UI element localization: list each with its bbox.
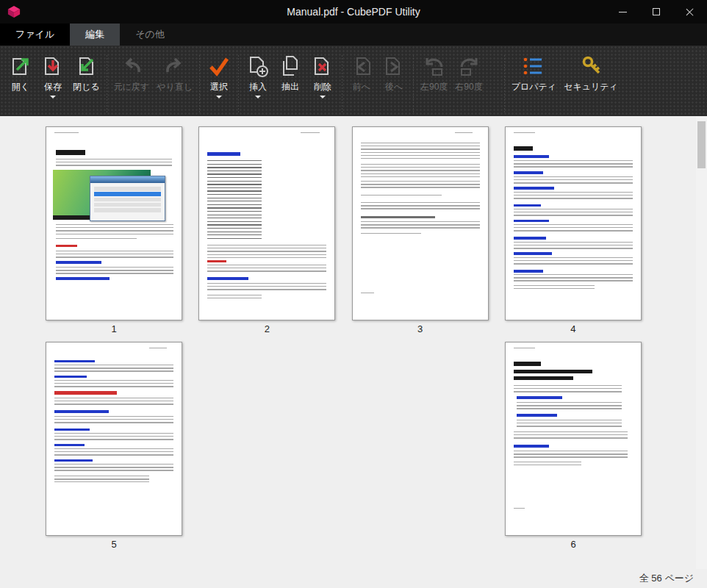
insert-icon: [245, 54, 270, 79]
minimize-icon: [619, 12, 627, 12]
toolbar-rotate-right-button[interactable]: 右90度: [451, 52, 486, 95]
open-icon: [8, 54, 33, 79]
page-cell: 3: [352, 126, 489, 334]
toolbar-save-label: 保存: [44, 81, 62, 93]
tab-edit[interactable]: 編集: [70, 24, 120, 46]
toolbar-undo-button[interactable]: 元に戻す: [110, 52, 154, 95]
toolbar-insert-button[interactable]: 挿入: [242, 52, 274, 103]
page-count: 全 56 ページ: [639, 572, 694, 585]
page-thumbnail-4[interactable]: [505, 126, 642, 320]
select-check-icon: [207, 54, 232, 79]
page-thumbnail-5[interactable]: [46, 342, 182, 536]
page-thumbnail-6[interactable]: [505, 342, 642, 536]
toolbar-open-button[interactable]: 開く: [4, 52, 37, 95]
tab-other[interactable]: その他: [120, 24, 180, 46]
thumbnail-grid: 1 2 3 4 5 6: [0, 116, 707, 550]
page-cell: 6: [505, 342, 642, 550]
page-number: 5: [111, 539, 116, 550]
page-number: 4: [570, 323, 575, 334]
delete-icon: [310, 54, 335, 79]
toolbar-close-file-label: 閉じる: [73, 81, 100, 93]
toolbar-rotate-right-label: 右90度: [455, 81, 482, 93]
properties-icon: [521, 54, 546, 79]
menu-tabbar: ファイル 編集 その他: [0, 24, 707, 46]
tab-file[interactable]: ファイル: [0, 24, 70, 46]
toolbar-redo-label: やり直し: [157, 81, 193, 93]
titlebar: Manual.pdf - CubePDF Utility: [0, 0, 707, 24]
toolbar-insert-label: 挿入: [249, 81, 267, 93]
toolbar-select-button[interactable]: 選択: [203, 52, 235, 103]
undo-icon: [119, 54, 144, 79]
toolbar-next-label: 後へ: [385, 81, 403, 93]
toolbar-rotate-left-button[interactable]: 左90度: [417, 52, 451, 95]
redo-icon: [162, 54, 187, 79]
minimize-button[interactable]: [606, 0, 639, 24]
toolbar-close-file-button[interactable]: 閉じる: [69, 52, 104, 95]
toolbar-next-button[interactable]: 後へ: [378, 52, 410, 95]
page-thumbnail-2[interactable]: [198, 126, 335, 320]
page-cell: 4: [505, 126, 642, 334]
toolbar-separator: [342, 55, 342, 113]
app-logo-icon: [7, 5, 21, 18]
page-preview: [46, 127, 182, 320]
save-icon: [40, 54, 65, 79]
toolbar-separator: [107, 55, 107, 113]
toolbar-properties-label: プロパティ: [512, 81, 556, 93]
toolbar-extract-button[interactable]: 抽出: [274, 52, 306, 95]
toolbar-save-button[interactable]: 保存: [37, 52, 69, 103]
toolbar-security-label: セキュリティ: [564, 81, 618, 93]
maximize-button[interactable]: [639, 0, 673, 24]
toolbar-prev-label: 前へ: [353, 81, 370, 93]
page-number: 3: [417, 323, 423, 334]
toolbar: 開く 保存 閉じる 元に戻す やり直し 選択: [0, 46, 707, 116]
statusbar: 全 56 ページ: [0, 569, 707, 588]
page-number: 6: [570, 539, 575, 550]
extract-icon: [278, 54, 303, 79]
toolbar-separator: [504, 55, 505, 113]
thumbnail-area: 1 2 3 4 5 6: [0, 116, 707, 569]
page-cell: 1: [46, 126, 182, 334]
toolbar-open-label: 開く: [12, 81, 29, 93]
toolbar-properties-button[interactable]: プロパティ: [508, 52, 560, 95]
toolbar-extract-label: 抽出: [281, 81, 299, 93]
next-page-icon: [381, 54, 406, 79]
close-button[interactable]: [673, 0, 707, 24]
toolbar-prev-button[interactable]: 前へ: [345, 52, 378, 95]
window-title: Manual.pdf - CubePDF Utility: [0, 6, 707, 18]
toolbar-undo-label: 元に戻す: [114, 81, 150, 93]
toolbar-select-label: 選択: [210, 81, 228, 93]
page-preview: [46, 343, 182, 535]
security-key-icon: [578, 54, 603, 79]
close-file-icon: [73, 54, 98, 79]
maximize-icon: [653, 8, 660, 15]
page-thumbnail-3[interactable]: [352, 126, 489, 320]
window-controls: [606, 0, 707, 24]
page-preview: [353, 127, 488, 320]
page-number: 1: [111, 323, 116, 334]
page-preview: [199, 127, 334, 320]
rotate-right-icon: [456, 54, 481, 79]
vertical-scrollbar[interactable]: [696, 116, 707, 569]
page-number: 2: [265, 323, 270, 334]
toolbar-security-button[interactable]: セキュリティ: [560, 52, 622, 95]
toolbar-delete-button[interactable]: 削除: [306, 52, 339, 103]
toolbar-redo-button[interactable]: やり直し: [153, 52, 196, 95]
scrollbar-thumb[interactable]: [697, 121, 706, 168]
page-preview: [506, 127, 641, 320]
toolbar-delete-label: 削除: [314, 81, 331, 93]
toolbar-separator: [199, 55, 200, 113]
toolbar-rotate-left-label: 左90度: [420, 81, 448, 93]
page-cell: 5: [46, 342, 182, 550]
rotate-left-icon: [422, 54, 447, 79]
toolbar-separator: [238, 55, 239, 113]
close-icon: [686, 7, 695, 16]
page-cell: 2: [198, 126, 335, 334]
page-preview: [506, 343, 641, 535]
prev-page-icon: [349, 54, 374, 79]
page-thumbnail-1[interactable]: [46, 126, 182, 320]
toolbar-separator: [413, 55, 414, 113]
